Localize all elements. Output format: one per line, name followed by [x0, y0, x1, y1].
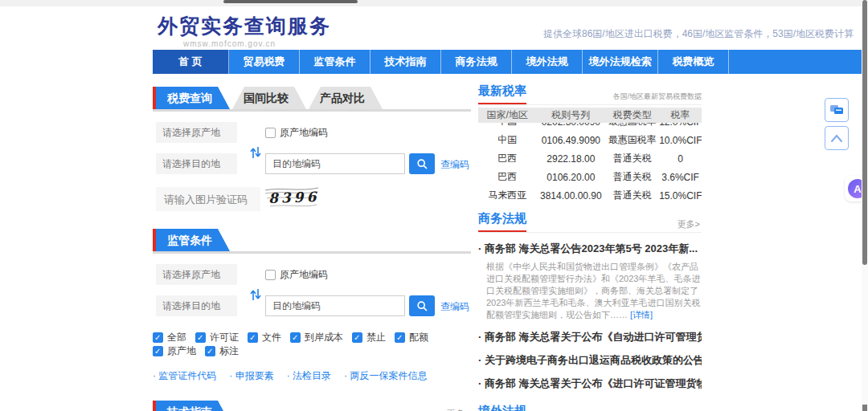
dest-code-input[interactable] [265, 153, 405, 174]
cell-rate: 3.6%CIF [659, 172, 702, 183]
chat-icon [829, 104, 844, 116]
checked-checkbox-icon[interactable] [195, 332, 206, 343]
checked-checkbox-icon[interactable] [153, 332, 163, 343]
news-headline[interactable]: 商务部 海关总署关于公布《自动进口许可管理货物目录... [478, 330, 702, 344]
table-row[interactable]: 巴西 0106.20.00 普通关税 3.6%CIF [478, 168, 702, 186]
red-accent-bar [153, 87, 156, 109]
cell-tax-type: 最惠国税率 [605, 123, 659, 128]
nav-tab-commerce-laws[interactable]: 商务法规 [441, 50, 512, 74]
detail-link[interactable]: [详情] [630, 310, 653, 319]
table-row[interactable]: 马来西亚 3814.00.00.90 普通关税 15.0%CIF [478, 186, 702, 203]
nav-tab-tax-overview[interactable]: 税费概览 [658, 50, 729, 74]
news-headline[interactable]: 关于跨境电子商务出口退运商品税收政策的公告... [478, 353, 702, 368]
captcha-input[interactable] [156, 187, 260, 211]
left-column: 税费查询 国间比较 产品对比 请选择原产地 原产地编码 请选择目的地 查编码 [153, 87, 471, 411]
rates-table-header: 国家/地区 税则号列 税费类型 税率 [478, 108, 702, 123]
checked-checkbox-icon[interactable] [205, 346, 215, 356]
regulatory-filters: 全部 许可证 文件 到岸成本 禁止 配额 原产地 标注 [153, 331, 471, 358]
rates-table-body: 中国 0202.30.0090 最惠国税率 12.0%CIF 中国 0106.4… [478, 123, 702, 203]
checked-checkbox-icon[interactable] [153, 346, 163, 356]
reg-origin-select[interactable]: 请选择原产地 [156, 264, 237, 285]
nav-tab-trade-tax[interactable]: 贸易税费 [229, 50, 300, 74]
nav-tab-tech-guide[interactable]: 技术指南 [371, 50, 441, 74]
reg-lookup-code-link[interactable]: 查编码 [440, 300, 469, 314]
origin-select[interactable]: 请选择原产地 [156, 122, 237, 143]
dest-select[interactable]: 请选择目的地 [156, 153, 237, 174]
filter-document[interactable]: 文件 [248, 331, 281, 344]
back-to-top-button[interactable] [825, 126, 849, 150]
news-headline-featured[interactable]: 商务部 海关总署公告2023年第5号 2023年新... [478, 242, 702, 256]
page-title: 外贸实务查询服务 [158, 13, 331, 39]
lookup-code-link[interactable]: 查编码 [440, 158, 469, 172]
commerce-laws-more-link[interactable]: 更多> [678, 218, 700, 230]
filter-quota[interactable]: 配额 [395, 331, 428, 344]
nav-tab-overseas-search[interactable]: 境外法规检索 [583, 50, 658, 74]
link-inspection-catalog[interactable]: 法检目录 [287, 369, 331, 383]
cell-tax-type: 普通关税 [605, 189, 659, 202]
tab-country-compare[interactable]: 国间比较 [232, 87, 306, 109]
filter-all[interactable]: 全部 [153, 331, 186, 344]
filter-label: 标注 [219, 344, 239, 358]
table-row[interactable]: 中国 0202.30.0090 最惠国税率 12.0%CIF [478, 123, 702, 131]
link-trade-remedy-cases[interactable]: 两反一保案件信息 [344, 369, 427, 383]
checked-checkbox-icon[interactable] [290, 332, 301, 343]
captcha-image[interactable]: 8396 [265, 185, 318, 211]
tab-tax-query[interactable]: 税费查询 [156, 87, 230, 109]
origin-code-checkbox[interactable]: 原产地编码 [265, 126, 328, 140]
link-regulatory-cert-codes[interactable]: 监管证件代码 [153, 369, 216, 383]
right-column: 最新税率 各国/地区最新贸易税费数据 国家/地区 税则号列 税费类型 税率 中国… [478, 83, 702, 411]
filter-prohibited[interactable]: 禁止 [352, 331, 386, 344]
swap-icon[interactable] [249, 144, 262, 161]
col-hs-code: 税则号列 [536, 108, 605, 122]
scrollbar-track[interactable] [862, 0, 868, 411]
site-header: 外贸实务查询服务 wmsw.mofcom.gov.cn 提供全球86国/地区进出… [153, 6, 862, 50]
reg-search-button[interactable] [409, 295, 435, 316]
overseas-laws-header: 境外法规 更多> [478, 404, 702, 411]
scrollbar-thumb[interactable] [862, 0, 867, 265]
filter-marking[interactable]: 标注 [205, 344, 239, 358]
nav-tab-home[interactable]: 首 页 [153, 50, 229, 74]
cell-tax-type: 最惠国税率 [605, 133, 659, 147]
nav-tab-regulatory[interactable]: 监管条件 [300, 50, 371, 74]
cell-country: 中国 [478, 123, 536, 128]
news-headline[interactable]: 商务部 海关总署关于公布《进口许可证管理货物目录（... [478, 376, 702, 391]
reg-dest-select[interactable]: 请选择目的地 [156, 295, 237, 316]
cell-tax-type: 普通关税 [605, 152, 659, 165]
feedback-chat-button[interactable] [825, 98, 849, 122]
table-row[interactable]: 巴西 2922.18.00 普通关税 0 [478, 149, 702, 168]
filter-label: 许可证 [210, 331, 239, 344]
captcha-digits: 8396 [268, 189, 320, 206]
filter-origin[interactable]: 原产地 [153, 344, 196, 358]
tax-origin-row: 请选择原产地 原产地编码 [153, 122, 471, 143]
swap-icon[interactable] [249, 287, 262, 303]
search-icon [416, 158, 428, 170]
checked-checkbox-icon[interactable] [352, 332, 362, 343]
nav-tab-overseas-laws[interactable]: 境外法规 [512, 50, 583, 74]
filter-landed-cost[interactable]: 到岸成本 [290, 331, 343, 344]
regulatory-links: 监管证件代码 申报要素 法检目录 两反一保案件信息 [153, 369, 471, 383]
checked-checkbox-icon[interactable] [395, 332, 405, 343]
regulatory-title-tab: 监管条件 [156, 229, 230, 251]
chevron-up-icon [830, 133, 843, 143]
reg-origin-code-checkbox[interactable]: 原产地编码 [265, 268, 328, 282]
table-row[interactable]: 中国 0106.49.9090 最惠国税率 10.0%CIF [478, 131, 702, 149]
clipped-top-bar [223, 0, 358, 3]
tax-dest-row: 请选择目的地 查编码 [153, 153, 471, 174]
checkbox-icon[interactable] [265, 128, 276, 138]
search-button[interactable] [409, 153, 435, 174]
filter-license[interactable]: 许可证 [195, 331, 239, 344]
latest-rates-header: 最新税率 各国/地区最新贸易税费数据 [478, 83, 702, 105]
tech-guide-more-link[interactable]: 更多> [447, 408, 469, 411]
search-icon [416, 300, 428, 312]
red-accent-bar [153, 401, 156, 411]
col-country: 国家/地区 [478, 108, 536, 122]
reg-dest-code-input[interactable] [265, 295, 405, 316]
commerce-laws-header: 商务法规 更多> [478, 211, 702, 233]
tab-product-compare[interactable]: 产品对比 [309, 87, 383, 109]
checked-checkbox-icon[interactable] [248, 332, 258, 343]
checkbox-icon[interactable] [265, 270, 276, 280]
news-excerpt-text: 根据《中华人民共和国货物进出口管理条例》《农产品进口关税配额管理暂行办法》和《2… [486, 262, 700, 319]
cell-hs-code: 0106.49.9090 [536, 135, 605, 146]
site-domain: wmsw.mofcom.gov.cn [183, 39, 276, 48]
link-declaration-elements[interactable]: 申报要素 [229, 369, 273, 383]
